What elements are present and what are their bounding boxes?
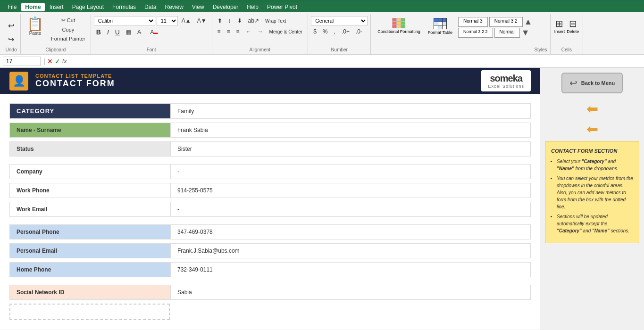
back-btn-label: Back to Menu (581, 80, 615, 86)
conditional-formatting-button[interactable]: Conditional Formatting (374, 16, 424, 52)
normal3-style[interactable]: Normal 3 (458, 17, 488, 27)
styles-scroll-up[interactable]: ▲ (524, 17, 533, 27)
align-top-button[interactable]: ⬆ (215, 16, 225, 25)
decrease-indent-button[interactable]: ← (243, 27, 254, 36)
personal-phone-row: Personal Phone 347-469-0378 (9, 224, 531, 239)
confirm-formula-button[interactable]: ✓ (55, 58, 60, 65)
category-value[interactable]: Family (170, 104, 530, 118)
menu-insert[interactable]: Insert (46, 3, 67, 11)
align-left-button[interactable]: ≡ (215, 27, 223, 36)
increase-decimal-button[interactable]: .0+ (339, 27, 352, 36)
personal-email-value[interactable]: Frank.J.Sabia@ubs.com (170, 244, 530, 258)
menu-help[interactable]: Help (243, 3, 262, 11)
sheet-area: 👤 CONTACT LIST TEMPLATE CONTACT FORM som… (0, 68, 540, 330)
format-table-button[interactable]: Format Table (424, 16, 456, 52)
merge-center-button[interactable]: Merge & Center (267, 28, 305, 36)
number-label: Number (311, 46, 368, 52)
home-phone-label: Home Phone (10, 263, 170, 277)
align-right-button[interactable]: ≡ (234, 27, 242, 36)
cell-styles-section: Normal 3 Normal 3 2 ▲ Normal 3 2 2 Norma… (456, 16, 534, 52)
back-icon: ↩ (569, 77, 577, 89)
decrease-font-size-button[interactable]: A▼ (195, 16, 209, 25)
menu-view[interactable]: View (188, 3, 208, 11)
header-logo: someka Excel Solutions (481, 70, 531, 91)
number-format-select[interactable]: General (311, 16, 368, 25)
cancel-formula-button[interactable]: ✕ (47, 58, 53, 65)
home-phone-value[interactable]: 732-349-0111 (170, 263, 530, 277)
align-middle-button[interactable]: ↕ (226, 16, 234, 25)
paste-icon: 📋 (27, 17, 43, 31)
align-center-button[interactable]: ≡ (225, 27, 233, 36)
menu-home[interactable]: Home (21, 3, 44, 11)
increase-font-size-button[interactable]: A▲ (179, 16, 193, 25)
insert-button[interactable]: ⊞ Insert (554, 18, 565, 34)
menu-review[interactable]: Review (161, 3, 187, 11)
personal-email-row: Personal Email Frank.J.Sabia@ubs.com (9, 243, 531, 258)
delete-button[interactable]: ⊟ Delete (567, 18, 579, 34)
insert-icon: ⊞ (555, 18, 563, 29)
work-email-value[interactable]: - (170, 202, 530, 216)
alignment-label: Alignment (215, 46, 305, 52)
name-value[interactable]: Frank Sabia (170, 123, 530, 137)
font-color-button[interactable]: A▬ (148, 27, 160, 37)
work-email-label: Work Email (10, 202, 170, 216)
header-banner: 👤 CONTACT LIST TEMPLATE CONTACT FORM som… (0, 68, 540, 94)
menu-data[interactable]: Data (141, 3, 160, 11)
normal322-style[interactable]: Normal 3 2 2 (458, 28, 493, 38)
company-value[interactable]: - (170, 165, 530, 179)
status-value[interactable]: Sister (170, 142, 530, 156)
formula-input[interactable] (70, 57, 641, 66)
name-box[interactable] (3, 57, 41, 66)
accounting-button[interactable]: $ (311, 27, 319, 36)
back-to-menu-button[interactable]: ↩ Back to Menu (561, 73, 623, 93)
copy-button[interactable]: Copy (49, 25, 88, 34)
decrease-decimal-button[interactable]: .0- (353, 27, 365, 36)
normal-bottom-style[interactable]: Normal (494, 28, 520, 38)
styles-scroll-down[interactable]: ▼ (521, 28, 530, 38)
form-content: CATEGORY Family Name - Surname Frank Sab… (0, 94, 540, 330)
font-size-select[interactable]: 11 (157, 16, 178, 25)
bold-button[interactable]: B (94, 27, 103, 37)
orientation-button[interactable]: ab↗ (246, 16, 261, 25)
undo-redo-group: ↩ ↪ Undo (2, 14, 21, 54)
work-phone-row: Work Phone 914-255-0575 (9, 183, 531, 198)
undo-label: Undo (6, 46, 17, 52)
cut-button[interactable]: ✂ Cut (49, 16, 88, 25)
social-value[interactable]: Sabia (170, 285, 530, 299)
redo-button[interactable]: ↪ (6, 33, 17, 45)
undo-button[interactable]: ↩ (6, 20, 17, 32)
personal-phone-value[interactable]: 347-469-0378 (170, 225, 530, 239)
menu-developer[interactable]: Developer (209, 3, 243, 11)
formula-controls: | ✕ ✓ fx (43, 58, 67, 65)
paste-button[interactable]: 📋 Paste (24, 16, 47, 44)
insert-function-button[interactable]: fx (62, 58, 67, 65)
menu-formulas[interactable]: Formulas (109, 3, 140, 11)
dashed-input-box[interactable] (9, 304, 170, 320)
normal32-style[interactable]: Normal 3 2 (489, 17, 523, 27)
insert-row: ⊞ Insert ⊟ Delete (554, 18, 579, 34)
work-phone-label: Work Phone (10, 183, 170, 198)
menu-file[interactable]: File (4, 3, 20, 11)
ribbon: ↩ ↪ Undo 📋 Paste ✂ Cut Copy Format Paint… (0, 12, 644, 55)
social-row: Social Network ID Sabia (9, 285, 531, 300)
align-bottom-button[interactable]: ⬇ (235, 16, 244, 25)
percent-button[interactable]: % (320, 27, 330, 36)
font-group: Calibri 11 A▲ A▼ B I U ▦ A_ A▬ Font (91, 14, 212, 54)
styles-label: Styles (534, 46, 547, 52)
font-name-select[interactable]: Calibri (94, 16, 155, 25)
menu-power-pivot[interactable]: Power Pivot (263, 3, 301, 11)
personal-phone-label: Personal Phone (10, 225, 170, 239)
clipboard-small-buttons: ✂ Cut Copy Format Painter (49, 16, 88, 44)
work-phone-value[interactable]: 914-255-0575 (170, 183, 530, 198)
wrap-text-button[interactable]: Wrap Text (263, 17, 289, 25)
increase-indent-button[interactable]: → (255, 27, 266, 36)
menu-page-layout[interactable]: Page Layout (68, 3, 108, 11)
underline-button[interactable]: U (113, 27, 122, 37)
format-painter-button[interactable]: Format Painter (49, 34, 88, 43)
comma-button[interactable]: , (332, 27, 338, 36)
fill-color-button[interactable]: A_ (135, 27, 147, 37)
italic-button[interactable]: I (105, 27, 111, 37)
font-row1: Calibri 11 A▲ A▼ (94, 16, 209, 25)
border-button[interactable]: ▦ (124, 27, 134, 37)
font-label: Font (94, 46, 209, 52)
